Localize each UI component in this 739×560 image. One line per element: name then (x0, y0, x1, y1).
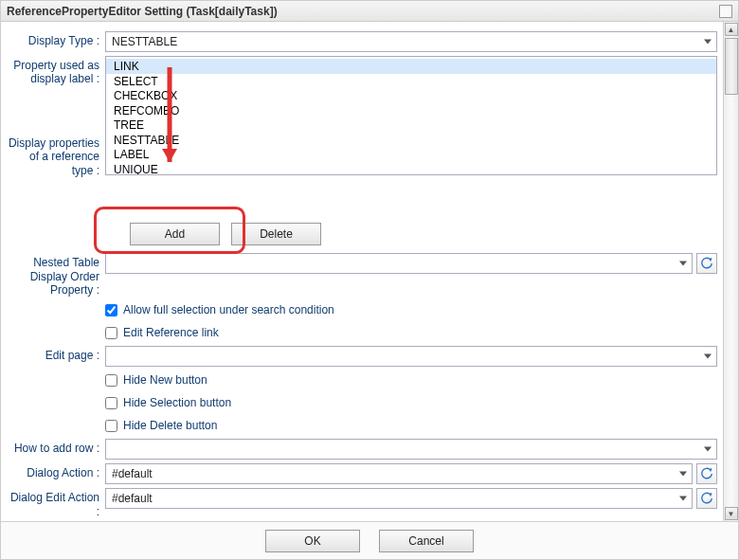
nested-order-select[interactable] (105, 253, 693, 274)
how-to-add-label: How to add row : (7, 439, 101, 455)
property-label-field: LINKSELECTCHECKBOXREFCOMBOTREENESTTABLEL… (105, 56, 717, 175)
dropdown-option[interactable]: LABEL (106, 147, 716, 162)
edit-ref-link-label: Edit Reference link (123, 326, 219, 339)
row-nested-order: Nested Table Display Order Property : (7, 253, 717, 297)
dropdown-option[interactable]: SELECT (106, 74, 716, 89)
scroll-up-arrow-icon[interactable]: ▲ (725, 23, 738, 36)
dialog-action-select[interactable]: #default (105, 463, 693, 484)
dialog-edit-action-select[interactable]: #default (105, 488, 693, 509)
dialog-edit-action-value: #default (112, 492, 153, 505)
display-type-value: NESTTABLE (112, 35, 177, 48)
row-add-delete: Add Delete (7, 223, 717, 245)
nested-order-label: Nested Table Display Order Property : (7, 253, 101, 297)
hide-delete-label: Hide Delete button (123, 419, 217, 432)
row-how-to-add: How to add row : (7, 439, 717, 460)
refresh-icon[interactable] (696, 488, 717, 509)
vertical-scrollbar[interactable]: ▲ ▼ (723, 22, 738, 521)
row-display-type: Display Type : NESTTABLE (7, 31, 717, 52)
how-to-add-select[interactable] (105, 439, 717, 460)
row-allow-full: Allow full selection under search condit… (7, 300, 717, 319)
hide-selection-line[interactable]: Hide Selection button (105, 396, 231, 409)
row-hide-selection: Hide Selection button (7, 393, 717, 412)
hide-new-label: Hide New button (123, 373, 207, 387)
refresh-icon[interactable] (696, 253, 717, 274)
display-type-dropdown-list[interactable]: LINKSELECTCHECKBOXREFCOMBOTREENESTTABLEL… (105, 56, 717, 175)
scroll-down-arrow-icon[interactable]: ▼ (725, 507, 738, 520)
maximize-button[interactable] (719, 5, 732, 18)
hide-new-line[interactable]: Hide New button (105, 373, 207, 387)
display-type-field: NESTTABLE (105, 31, 717, 52)
nested-order-field (105, 253, 717, 274)
edit-ref-link-checkbox[interactable] (105, 327, 117, 339)
dropdown-option[interactable]: CHECKBOX (106, 88, 716, 103)
display-type-label: Display Type : (7, 31, 101, 47)
footer: OK Cancel (1, 521, 738, 559)
allow-full-checkbox[interactable] (105, 304, 117, 316)
edit-ref-link-line[interactable]: Edit Reference link (105, 326, 219, 339)
scroll-thumb[interactable] (725, 38, 738, 95)
allow-full-label: Allow full selection under search condit… (123, 303, 334, 316)
hide-new-checkbox[interactable] (105, 374, 117, 387)
row-dialog-action: Dialog Action : #default (7, 463, 717, 484)
form-area: Display Type : NESTTABLE Property used a… (1, 22, 723, 521)
hide-selection-checkbox[interactable] (105, 397, 117, 409)
row-dialog-edit-action: Dialog Edit Action : #default (7, 488, 717, 518)
row-property-label: Property used as display label : LINKSEL… (7, 56, 717, 175)
add-button[interactable]: Add (130, 223, 220, 245)
row-hide-delete: Hide Delete button (7, 416, 717, 435)
hide-selection-label: Hide Selection button (123, 396, 231, 409)
body-area: Display Type : NESTTABLE Property used a… (1, 22, 738, 521)
dialog-edit-action-label: Dialog Edit Action : (7, 488, 101, 518)
display-type-select[interactable]: NESTTABLE (105, 31, 717, 52)
dropdown-option[interactable]: NESTTABLE (106, 133, 716, 148)
add-delete-bar: Add Delete (130, 223, 717, 245)
edit-page-label: Edit page : (7, 346, 101, 362)
cancel-button[interactable]: Cancel (379, 530, 474, 552)
hide-delete-line[interactable]: Hide Delete button (105, 419, 217, 432)
dialog-action-value: #default (112, 467, 153, 480)
dropdown-option[interactable]: REFCOMBO (106, 103, 716, 118)
hide-delete-checkbox[interactable] (105, 420, 117, 432)
ok-button[interactable]: OK (265, 530, 360, 552)
dropdown-popup-wrap: LINKSELECTCHECKBOXREFCOMBOTREENESTTABLEL… (105, 56, 717, 175)
row-edit-page: Edit page : (7, 346, 717, 367)
title-bar: ReferencePropertyEditor Setting (Task[da… (1, 1, 738, 22)
delete-button[interactable]: Delete (231, 223, 321, 245)
allow-full-checkbox-line[interactable]: Allow full selection under search condit… (105, 303, 334, 316)
dialog-action-label: Dialog Action : (7, 463, 101, 479)
row-edit-ref-link: Edit Reference link (7, 323, 717, 342)
property-used-label: Property used as display label : (7, 56, 101, 86)
window-title: ReferencePropertyEditor Setting (Task[da… (7, 5, 278, 18)
dropdown-option[interactable]: TREE (106, 117, 716, 133)
edit-page-select[interactable] (105, 346, 717, 367)
row-hide-new: Hide New button (7, 370, 717, 389)
dropdown-option[interactable]: LINK (106, 59, 716, 74)
refresh-icon[interactable] (696, 463, 717, 484)
dropdown-option[interactable]: UNIQUE (106, 162, 716, 176)
editor-window: ReferencePropertyEditor Setting (Task[da… (0, 0, 739, 560)
